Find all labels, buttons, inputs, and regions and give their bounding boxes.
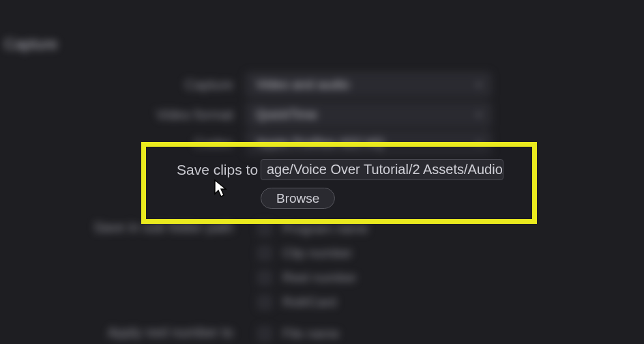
chevron-down-icon: ▾ bbox=[477, 110, 481, 119]
label-apply-reel: Apply reel number to bbox=[0, 325, 246, 341]
chevron-down-icon: ▾ bbox=[477, 80, 481, 89]
label-capture: Capture bbox=[0, 77, 246, 93]
input-save-clips-path-value: age/Voice Over Tutorial/2 Assets/Audio/V… bbox=[267, 162, 503, 177]
section-title-capture: Capture bbox=[4, 35, 57, 53]
browse-button-label: Browse bbox=[276, 191, 319, 206]
select-capture-value: Video and audio bbox=[256, 77, 349, 92]
label-video-format: Video format bbox=[0, 107, 246, 123]
checkbox-file-name[interactable] bbox=[258, 327, 272, 341]
label-save-clips-to: Save clips to bbox=[177, 162, 258, 178]
select-video-format[interactable]: QuickTime ▾ bbox=[246, 102, 491, 127]
select-capture[interactable]: Video and audio ▾ bbox=[246, 72, 491, 97]
checkbox-program-name[interactable] bbox=[258, 222, 272, 235]
checkbox-label-clip-number: Clip number bbox=[282, 246, 352, 261]
checkbox-clip-number[interactable] bbox=[258, 246, 272, 260]
browse-button[interactable]: Browse bbox=[261, 188, 335, 209]
highlight-box: Save clips to age/Voice Over Tutorial/2 … bbox=[141, 142, 537, 224]
select-video-format-value: QuickTime bbox=[256, 107, 317, 122]
checkbox-label-roll-card: Roll/Card bbox=[282, 295, 336, 310]
input-save-clips-path[interactable]: age/Voice Over Tutorial/2 Assets/Audio/V… bbox=[261, 159, 503, 180]
checkbox-reel-number[interactable] bbox=[258, 271, 272, 285]
checkbox-label-file-name: File name bbox=[282, 326, 339, 341]
checkbox-label-reel-number: Reel number bbox=[282, 270, 357, 285]
checkbox-roll-card[interactable] bbox=[258, 296, 272, 309]
